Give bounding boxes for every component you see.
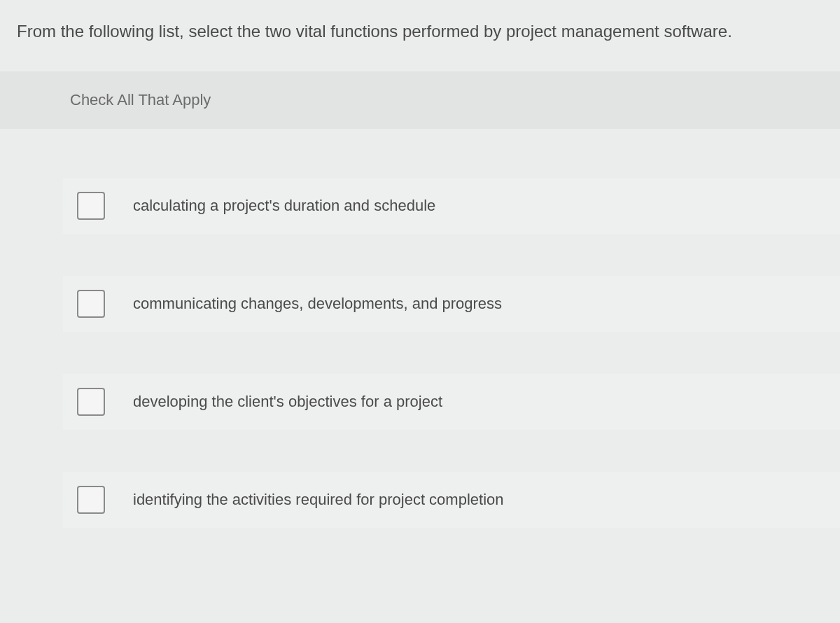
option-label: communicating changes, developments, and… (133, 295, 502, 313)
option-row[interactable]: developing the client's objectives for a… (63, 374, 840, 430)
checkbox-option-2[interactable] (77, 290, 105, 318)
question-prompt: From the following list, select the two … (0, 0, 840, 71)
checkbox-option-3[interactable] (77, 388, 105, 416)
instruction-label: Check All That Apply (0, 71, 840, 129)
question-container: From the following list, select the two … (0, 0, 840, 623)
option-label: calculating a project's duration and sch… (133, 197, 435, 215)
option-row[interactable]: communicating changes, developments, and… (63, 276, 840, 332)
option-label: developing the client's objectives for a… (133, 393, 442, 411)
checkbox-option-4[interactable] (77, 486, 105, 514)
option-row[interactable]: identifying the activities required for … (63, 472, 840, 528)
checkbox-option-1[interactable] (77, 192, 105, 220)
option-row[interactable]: calculating a project's duration and sch… (63, 178, 840, 234)
options-list: calculating a project's duration and sch… (0, 178, 840, 528)
option-label: identifying the activities required for … (133, 491, 504, 509)
